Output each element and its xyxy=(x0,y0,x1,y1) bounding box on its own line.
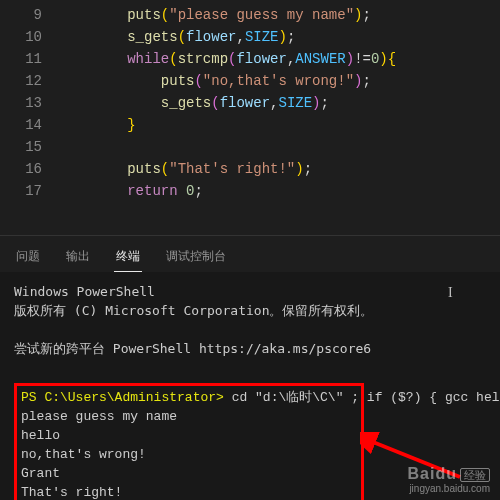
line-number: 15 xyxy=(0,136,42,158)
terminal-line: 版权所有 (C) Microsoft Corporation。保留所有权利。 xyxy=(14,301,486,320)
code-token: SIZE xyxy=(278,95,312,111)
line-number: 14 xyxy=(0,114,42,136)
code-token: flower xyxy=(236,51,286,67)
code-token: SIZE xyxy=(245,29,279,45)
terminal-line xyxy=(14,320,486,339)
tab-output[interactable]: 输出 xyxy=(64,244,92,272)
line-number: 12 xyxy=(0,70,42,92)
tab-terminal[interactable]: 终端 xyxy=(114,244,142,272)
terminal-line: no,that's wrong! xyxy=(21,445,357,464)
panel-tabs: 问题 输出 终端 调试控制台 xyxy=(0,235,500,272)
terminal-panel[interactable]: Windows PowerShell 版权所有 (C) Microsoft Co… xyxy=(0,272,500,500)
code-token: puts xyxy=(161,73,195,89)
terminal-line xyxy=(14,358,486,377)
code-token: "please guess my name" xyxy=(169,7,354,23)
code-token: != xyxy=(354,51,371,67)
code-token: ANSWER xyxy=(295,51,345,67)
code-token: flower xyxy=(186,29,236,45)
terminal-line: hello xyxy=(21,426,357,445)
line-number-gutter: 9 10 11 12 13 14 15 16 17 xyxy=(0,4,60,235)
line-number: 10 xyxy=(0,26,42,48)
code-editor[interactable]: 9 10 11 12 13 14 15 16 17 puts("please g… xyxy=(0,0,500,235)
code-token: 0 xyxy=(186,183,194,199)
tab-debug-console[interactable]: 调试控制台 xyxy=(164,244,228,272)
terminal-line: Grant xyxy=(21,464,357,483)
code-token: return xyxy=(127,183,177,199)
svg-line-0 xyxy=(368,440,460,477)
code-token: s_gets xyxy=(127,29,177,45)
terminal-line: 尝试新的跨平台 PowerShell https://aka.ms/pscore… xyxy=(14,339,486,358)
annotation-arrow-icon xyxy=(360,432,470,482)
tab-problems[interactable]: 问题 xyxy=(14,244,42,272)
code-token: flower xyxy=(220,95,270,111)
highlight-box: PS C:\Users\Administrator> cd "d:\临时\C\"… xyxy=(14,383,364,500)
code-token: "no,that's wrong!" xyxy=(203,73,354,89)
code-token: s_gets xyxy=(161,95,211,111)
code-token: while xyxy=(127,51,169,67)
terminal-line: Windows PowerShell xyxy=(14,282,486,301)
line-number: 11 xyxy=(0,48,42,70)
line-number: 16 xyxy=(0,158,42,180)
line-number: 17 xyxy=(0,180,42,202)
line-number: 9 xyxy=(0,4,42,26)
code-token: puts xyxy=(127,161,161,177)
code-token: puts xyxy=(127,7,161,23)
terminal-line: please guess my name xyxy=(21,407,357,426)
terminal-line: That's right! xyxy=(21,483,357,500)
code-area[interactable]: puts("please guess my name"); s_gets(flo… xyxy=(60,4,500,235)
line-number: 13 xyxy=(0,92,42,114)
code-token: "That's right!" xyxy=(169,161,295,177)
terminal-line: PS C:\Users\Administrator> cd "d:\临时\C\"… xyxy=(21,388,357,407)
code-token: strcmp xyxy=(178,51,228,67)
